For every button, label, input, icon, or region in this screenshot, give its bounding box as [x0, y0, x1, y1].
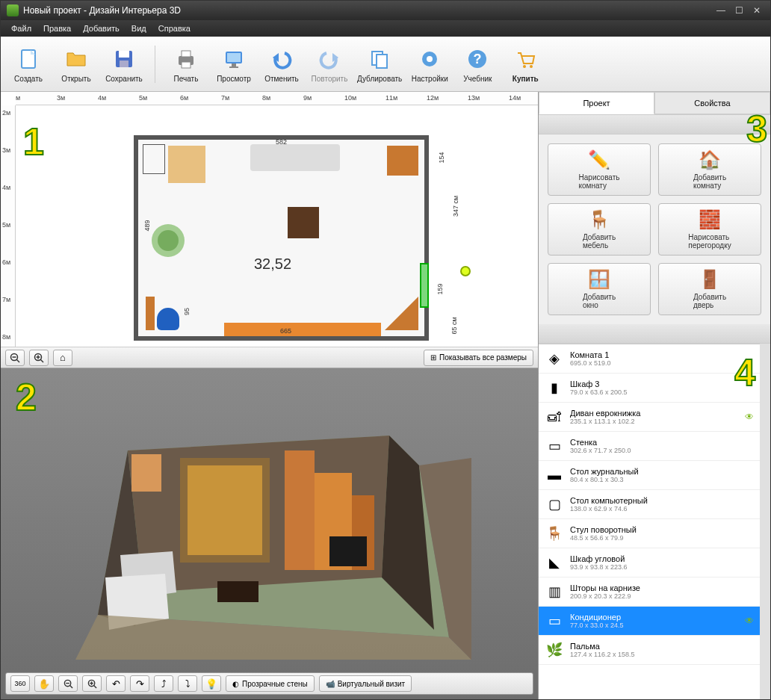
- object-item-0[interactable]: ◈Комната 1695.0 x 519.0: [539, 344, 760, 374]
- toolbar-print-button[interactable]: Печать: [166, 46, 206, 83]
- toolbar-dup-button[interactable]: Дублировать: [357, 46, 402, 83]
- right-panel: Проект Свойства 3 ✏️Нарисоватькомнату🏠До…: [539, 92, 770, 699]
- object-item-3[interactable]: ▭Стенка302.6 x 71.7 x 250.0: [539, 432, 760, 461]
- floorplan-canvas[interactable]: 1 582 32,52: [16, 105, 538, 347]
- furniture-door[interactable]: [143, 144, 165, 174]
- furniture-wardrobe[interactable]: [168, 146, 205, 183]
- menu-view[interactable]: Вид: [126, 24, 152, 33]
- overlay-marker-4: 4: [734, 351, 755, 394]
- svg-line-48: [69, 685, 72, 688]
- room-area-label: 32,52: [254, 255, 291, 273]
- action-icon: 🪑: [588, 209, 610, 230]
- furniture-sofa[interactable]: [250, 144, 340, 171]
- toolbar-cart-button[interactable]: Купить: [505, 46, 545, 83]
- maximize-button[interactable]: ☐: [731, 4, 746, 16]
- action-button-5[interactable]: 🚪Добавитьдверь: [658, 263, 761, 315]
- svg-rect-7: [182, 62, 191, 68]
- object-item-9[interactable]: ▭Кондиционер77.0 x 33.0 x 24.5👁: [539, 607, 760, 636]
- menu-add[interactable]: Добавить: [77, 24, 126, 33]
- toolbar-undo-button[interactable]: Отменить: [261, 46, 302, 83]
- toolbar-save-button[interactable]: Сохранить: [104, 46, 144, 83]
- toolbar-redo-button[interactable]: Повторить: [309, 46, 350, 83]
- rotate-right-button[interactable]: ↷: [130, 675, 149, 692]
- object-item-7[interactable]: ◣Шкаф угловой93.9 x 93.8 x 223.6: [539, 548, 760, 577]
- content: м3м4м5м6м7м8м9м10м11м12м13м14м 2м3м4м5м6…: [1, 92, 770, 699]
- object-item-6[interactable]: 🪑Стул поворотный48.5 x 56.6 x 79.9: [539, 519, 760, 548]
- selection-handle[interactable]: [460, 266, 471, 276]
- action-button-0[interactable]: ✏️Нарисоватькомнату: [548, 143, 651, 196]
- object-item-10[interactable]: 🌿Пальма127.4 x 116.2 x 158.5: [539, 636, 760, 665]
- toolbar-doc-button[interactable]: Создать: [8, 46, 49, 83]
- furniture-chair[interactable]: [157, 308, 179, 330]
- transparent-walls-button[interactable]: ◐Прозрачные стены: [226, 675, 315, 692]
- dim-corner: 159: [436, 283, 443, 294]
- rotate-left-button[interactable]: ↶: [106, 675, 126, 692]
- panel-tabs: Проект Свойства: [539, 92, 770, 115]
- visibility-icon[interactable]: 👁: [745, 616, 754, 626]
- svg-rect-37: [285, 450, 315, 570]
- svg-rect-3: [119, 51, 129, 58]
- furniture-corner-wardrobe[interactable]: [387, 146, 418, 176]
- home-button[interactable]: ⌂: [53, 350, 72, 366]
- furniture-corner[interactable]: [385, 297, 418, 330]
- selected-object-marker[interactable]: [420, 263, 429, 308]
- tilt-up-button[interactable]: ⤴: [154, 675, 173, 692]
- svg-line-51: [93, 685, 96, 688]
- floorplan-area: м3м4м5м6м7м8м9м10м11м12м13м14м 2м3м4м5м6…: [1, 92, 538, 368]
- object-thumb-icon: ▭: [545, 436, 564, 456]
- menu-edit[interactable]: Правка: [37, 24, 77, 33]
- overlay-marker-2: 2: [16, 376, 37, 419]
- redo-icon: [316, 46, 343, 72]
- pan-button[interactable]: ✋: [34, 675, 54, 692]
- furniture-plant[interactable]: [149, 222, 187, 259]
- object-item-8[interactable]: ▥Шторы на карнизе200.9 x 20.3 x 222.9: [539, 577, 760, 607]
- svg-rect-44: [131, 454, 161, 492]
- action-button-3[interactable]: 🧱Нарисоватьперегородку: [658, 203, 761, 255]
- furniture-coffee-table[interactable]: [288, 207, 319, 238]
- tab-project[interactable]: Проект: [539, 92, 654, 114]
- tilt-down-button[interactable]: ⤵: [178, 675, 197, 692]
- action-button-1[interactable]: 🏠Добавитькомнату: [658, 143, 761, 196]
- minimize-button[interactable]: —: [713, 4, 728, 16]
- toolbar-folder-button[interactable]: Открыть: [56, 46, 96, 83]
- object-thumb-icon: ◣: [545, 553, 564, 572]
- room-outline[interactable]: 582 32,52: [134, 135, 429, 341]
- actions-header: 3: [539, 115, 770, 134]
- menu-help[interactable]: Справка: [152, 24, 196, 33]
- light-button[interactable]: 💡: [202, 675, 221, 692]
- object-item-1[interactable]: ▮Шкаф 379.0 x 63.6 x 200.5: [539, 374, 760, 403]
- svg-rect-36: [188, 465, 262, 555]
- zoom-out-3d-button[interactable]: [58, 675, 78, 692]
- zoom-in-3d-button[interactable]: [82, 675, 102, 692]
- object-thumb-icon: ▬: [545, 465, 564, 485]
- action-button-2[interactable]: 🪑Добавитьмебель: [548, 203, 651, 255]
- overlay-marker-3: 3: [746, 108, 767, 151]
- furniture-wall-unit[interactable]: [224, 323, 381, 336]
- visibility-icon[interactable]: 👁: [745, 412, 754, 422]
- furniture-desk-side[interactable]: [146, 297, 155, 330]
- close-button[interactable]: ✕: [749, 4, 764, 16]
- object-item-4[interactable]: ▬Стол журнальный80.4 x 80.1 x 30.3: [539, 461, 760, 490]
- svg-text:?: ?: [474, 52, 482, 66]
- action-grid: ✏️Нарисоватькомнату🏠Добавитькомнату🪑Доба…: [539, 134, 770, 324]
- virtual-visit-button[interactable]: 📹Виртуальный визит: [319, 675, 412, 692]
- menu-file[interactable]: Файл: [5, 24, 37, 33]
- object-thumb-icon: ▮: [545, 378, 564, 397]
- scrollbar[interactable]: [760, 344, 770, 699]
- show-dimensions-button[interactable]: ⊞Показывать все размеры: [424, 350, 533, 366]
- toolbar-help-button[interactable]: ?Учебник: [457, 46, 498, 83]
- action-button-4[interactable]: 🪟Добавитьокно: [548, 263, 651, 315]
- object-item-5[interactable]: ▢Стол компьютерный138.0 x 62.9 x 74.6: [539, 490, 760, 519]
- objects-header: [539, 324, 770, 344]
- view3d-area[interactable]: 2: [1, 368, 538, 699]
- cart-icon: [512, 46, 539, 72]
- zoom-out-button[interactable]: [5, 350, 25, 366]
- toolbar-monitor-button[interactable]: Просмотр: [214, 46, 254, 83]
- app-window: Новый проект - Дизайн Интерьера 3D — ☐ ✕…: [0, 0, 771, 700]
- zoom-in-button[interactable]: [29, 350, 49, 366]
- svg-rect-6: [182, 51, 191, 57]
- toolbar-gear-button[interactable]: Настройки: [409, 46, 450, 83]
- object-item-2[interactable]: 🛋Диван еврокнижка235.1 x 113.1 x 102.2👁: [539, 403, 760, 432]
- rotate-360-button[interactable]: 360: [10, 675, 30, 692]
- object-thumb-icon: 🛋: [545, 407, 564, 427]
